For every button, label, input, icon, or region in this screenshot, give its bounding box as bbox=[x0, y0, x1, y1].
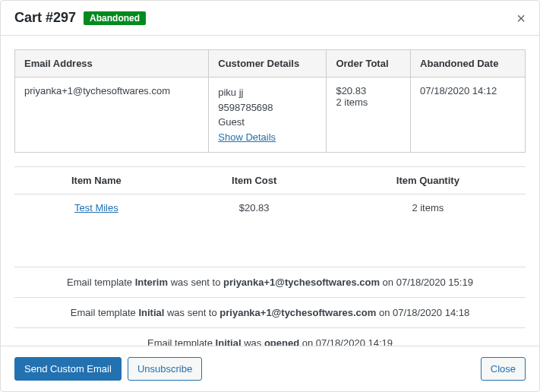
activity-target: priyanka+1@tychesoftwares.com bbox=[223, 277, 380, 288]
item-link[interactable]: Test Miles bbox=[74, 202, 118, 213]
activity-suffix: on 07/18/2020 14:18 bbox=[376, 307, 469, 318]
activity-mid: was sent to bbox=[164, 307, 219, 318]
close-icon[interactable]: × bbox=[516, 11, 526, 26]
activity-log: Email template Interim was sent to priya… bbox=[14, 267, 526, 346]
activity-prefix: Email template bbox=[147, 337, 216, 346]
page-title: Cart #297 bbox=[14, 10, 76, 26]
activity-prefix: Email template bbox=[71, 307, 139, 318]
total-amount: $20.83 bbox=[336, 85, 401, 96]
modal-body: Email Address Customer Details Order Tot… bbox=[1, 36, 539, 346]
item-cost-cell: $20.83 bbox=[178, 194, 330, 222]
date-cell: 07/18/2020 14:12 bbox=[411, 77, 526, 153]
send-custom-email-button[interactable]: Send Custom Email bbox=[14, 357, 122, 381]
total-cell: $20.83 2 items bbox=[327, 77, 411, 153]
activity-template: Interim bbox=[135, 277, 168, 288]
col-item-qty: Item Quantity bbox=[330, 167, 526, 194]
modal-header: Cart #297 Abandoned × bbox=[1, 1, 539, 36]
customer-name: piku jj bbox=[218, 85, 317, 100]
details-row: priyanka+1@tychesoftwares.com piku jj 95… bbox=[15, 77, 526, 153]
activity-prefix: Email template bbox=[67, 277, 135, 288]
footer-left: Send Custom Email Unsubscribe bbox=[14, 357, 202, 381]
col-customer: Customer Details bbox=[209, 50, 327, 77]
activity-mid: was bbox=[242, 337, 264, 346]
modal-footer: Send Custom Email Unsubscribe Close bbox=[1, 346, 539, 392]
item-row: Test Miles $20.83 2 items bbox=[14, 194, 526, 222]
status-badge: Abandoned bbox=[84, 11, 146, 25]
items-table: Item Name Item Cost Item Quantity Test M… bbox=[14, 166, 526, 221]
activity-entry: Email template Initial was sent to priya… bbox=[14, 298, 526, 328]
customer-cell: piku jj 9598785698 Guest Show Details bbox=[209, 77, 327, 153]
col-item-cost: Item Cost bbox=[178, 167, 330, 194]
customer-type: Guest bbox=[218, 115, 317, 130]
activity-mid: was sent to bbox=[168, 277, 223, 288]
activity-entry: Email template Initial was opened on 07/… bbox=[14, 328, 526, 346]
activity-target: priyanka+1@tychesoftwares.com bbox=[219, 307, 376, 318]
col-date: Abandoned Date bbox=[411, 50, 526, 77]
activity-template: Initial bbox=[216, 337, 242, 346]
cart-modal: Cart #297 Abandoned × Email Address Cust… bbox=[0, 0, 540, 392]
unsubscribe-button[interactable]: Unsubscribe bbox=[128, 357, 202, 381]
total-items: 2 items bbox=[336, 96, 401, 108]
activity-suffix: on 07/18/2020 14:19 bbox=[299, 337, 393, 346]
col-email: Email Address bbox=[15, 50, 209, 77]
details-table: Email Address Customer Details Order Tot… bbox=[14, 49, 526, 153]
activity-entry: Email template Interim was sent to priya… bbox=[14, 267, 526, 298]
show-details-link[interactable]: Show Details bbox=[218, 131, 276, 143]
close-button[interactable]: Close bbox=[481, 357, 526, 381]
activity-suffix: on 07/18/2020 15:19 bbox=[380, 277, 473, 288]
activity-template: Initial bbox=[138, 307, 164, 318]
header-left: Cart #297 Abandoned bbox=[14, 10, 146, 26]
item-name-cell: Test Miles bbox=[14, 194, 178, 222]
activity-target: opened bbox=[264, 337, 299, 346]
customer-phone: 9598785698 bbox=[218, 100, 317, 115]
email-cell: priyanka+1@tychesoftwares.com bbox=[15, 77, 209, 153]
item-qty-cell: 2 items bbox=[330, 194, 526, 222]
col-item-name: Item Name bbox=[14, 167, 178, 194]
col-total: Order Total bbox=[327, 50, 411, 77]
